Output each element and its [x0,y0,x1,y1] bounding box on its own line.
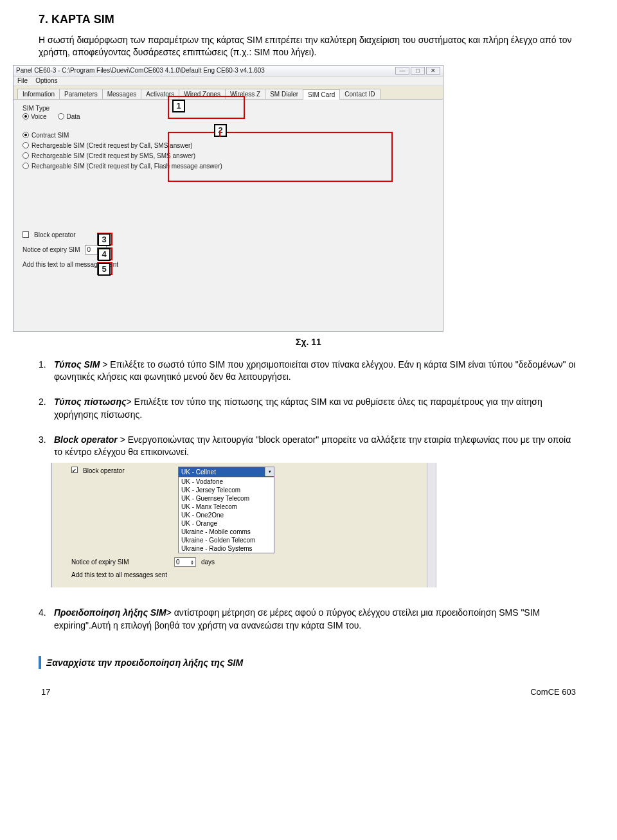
menubar: File Options [13,76,443,86]
tab-sm-dialer[interactable]: SM Dialer [265,89,303,99]
item-3: 3. Block operator > Ενεργοποιώντας την λ… [39,434,578,587]
dropdown-option[interactable]: Ukraine - Radio Systems [179,544,274,553]
operator-dropdown[interactable]: ▾ UK - Cellnet UK - Vodafone UK - Jersey… [178,467,274,554]
block-operator-label-2: Block operator [83,467,173,476]
block-operator-row: Block operator [22,231,434,238]
callout-number-2: 2 [214,124,227,137]
block-operator-checkbox-2[interactable] [71,467,78,473]
item-1: 1. Τύπος SIM > Επιλέξτε το σωστό τύπο SI… [39,359,578,384]
tab-information[interactable]: Information [17,89,60,99]
tab-sim-card[interactable]: SIM Card [303,89,340,100]
item-list: 1. Τύπος SIM > Επιλέξτε το σωστό τύπο SI… [39,359,578,632]
menu-file[interactable]: File [17,77,28,84]
callout-number-5: 5 [98,263,111,276]
callout-box-2 [168,132,393,182]
item-2: 2. Τύπος πίστωσης> Επιλέξτε τον τύπο της… [39,396,578,421]
dropdown-option[interactable]: UK - Jersey Telecom [179,486,274,494]
doc-name: ComCE 603 [530,687,576,697]
dropdown-option[interactable]: UK - Guernsey Telecom [179,494,274,503]
dropdown-option[interactable]: UK - Vodafone [179,478,274,486]
maximize-button[interactable]: □ [411,67,425,75]
notice-unit: days [201,558,215,567]
radio-voice[interactable]: Voice [22,113,46,120]
figure-caption: Σχ. 11 [39,337,578,347]
menu-options[interactable]: Options [35,77,57,84]
radio-data[interactable]: Data [58,113,80,120]
block-operator-checkbox[interactable] [22,231,29,238]
minimize-button[interactable]: — [395,67,409,75]
page-footer: 17 ComCE 603 [39,687,578,697]
dropdown-option[interactable]: UK - Orange [179,519,274,528]
dropdown-list: UK - Vodafone UK - Jersey Telecom UK - G… [179,477,274,553]
app-window-screenshot-1: Panel CE60-3 - C:\Program Files\Duevi\Co… [13,65,443,332]
callout-number-1: 1 [172,100,185,112]
tab-contact-id[interactable]: Contact ID [339,89,380,99]
titlebar: Panel CE60-3 - C:\Program Files\Duevi\Co… [13,66,443,76]
callout-connector-2 [219,130,220,137]
notice-label-2: Notice of expiry SIM [71,558,169,567]
section-title: 7. ΚΑΡΤΑ SIM [39,13,578,26]
tab-parameters[interactable]: Parameters [59,89,103,99]
radio-data-dot [58,113,64,120]
callout-number-3: 3 [98,233,111,246]
dropdown-option[interactable]: Ukraine - Mobile comms [179,528,274,536]
radio-voice-dot [22,113,29,120]
dropdown-option[interactable]: Ukraine - Golden Telecom [179,536,274,544]
dropdown-option[interactable]: UK - One2One [179,511,274,519]
section-intro: Η σωστή διαμόρφωση των παραμέτρων της κά… [39,34,578,58]
tab-messages[interactable]: Messages [102,89,142,99]
page-number: 17 [41,687,50,697]
add-text-row: Add this text to all messages sent [22,261,434,268]
accent-bar [39,656,41,669]
dropdown-selected: UK - Cellnet [179,467,274,478]
callout-number-4: 4 [98,248,111,261]
notice-row: Notice of expiry SIM 0 ▲▼ [22,245,434,255]
chevron-down-icon: ▾ [265,467,274,476]
dropdown-option[interactable]: UK - Manx Telecom [179,503,274,511]
notice-label: Notice of expiry SIM [22,246,80,253]
tab-content: SIM Type Voice Data Contract SIM Recharg… [13,100,443,331]
spinner-arrows-icon: ▲▼ [190,560,194,565]
block-operator-label: Block operator [34,231,75,238]
notice-spinner-2[interactable]: 0 ▲▼ [174,557,196,567]
restart-heading: Ξαναρχίστε την προειδοποίηση λήξης της S… [39,656,578,669]
app-window-screenshot-2: Block operator ▾ UK - Cellnet UK - Vodaf… [51,463,436,588]
item-4: 4. Προειδοποίηση λήξης SIM> αντίστροφη μ… [39,607,578,632]
close-button[interactable]: ✕ [426,67,440,75]
window-title: Panel CE60-3 - C:\Program Files\Duevi\Co… [16,67,265,74]
add-text-label-2: Add this text to all messages sent [71,571,167,580]
scrollbar[interactable] [427,463,436,588]
